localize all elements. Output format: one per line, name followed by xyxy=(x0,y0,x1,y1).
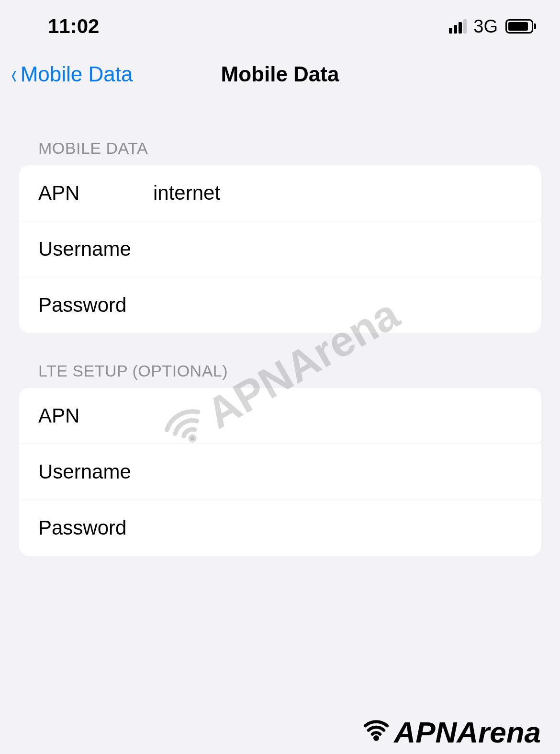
row-label: APN xyxy=(38,404,153,427)
lte-password-input[interactable] xyxy=(153,516,522,539)
row-label: Username xyxy=(38,460,153,483)
status-indicators: 3G xyxy=(449,16,536,37)
apn-input[interactable] xyxy=(153,182,522,205)
lte-username-input[interactable] xyxy=(153,460,522,483)
row-label: APN xyxy=(38,182,153,205)
battery-icon xyxy=(505,19,536,34)
chevron-left-icon: ‹ xyxy=(11,61,17,88)
row-lte-password[interactable]: Password xyxy=(19,500,541,556)
section-group-lte: APN Username Password xyxy=(19,388,541,556)
row-label: Username xyxy=(38,238,153,261)
row-lte-username[interactable]: Username xyxy=(19,444,541,500)
row-password[interactable]: Password xyxy=(19,277,541,333)
navigation-bar: ‹ Mobile Data Mobile Data xyxy=(0,48,560,110)
status-time: 11:02 xyxy=(48,15,99,38)
row-apn[interactable]: APN xyxy=(19,165,541,221)
back-label: Mobile Data xyxy=(21,62,133,86)
page-title: Mobile Data xyxy=(221,62,339,86)
status-bar: 11:02 3G xyxy=(0,0,560,48)
section-group-mobile-data: APN Username Password xyxy=(19,165,541,333)
row-lte-apn[interactable]: APN xyxy=(19,388,541,444)
row-label: Password xyxy=(38,294,153,317)
wifi-icon xyxy=(359,715,393,749)
cellular-signal-icon xyxy=(449,19,467,34)
row-username[interactable]: Username xyxy=(19,221,541,277)
section-header-lte: LTE SETUP (OPTIONAL) xyxy=(0,333,560,388)
row-label: Password xyxy=(38,516,153,539)
back-button[interactable]: ‹ Mobile Data xyxy=(10,61,133,88)
lte-apn-input[interactable] xyxy=(153,404,522,427)
section-header-mobile-data: MOBILE DATA xyxy=(0,110,560,165)
username-input[interactable] xyxy=(153,238,522,261)
watermark-text: APNArena xyxy=(394,715,541,749)
svg-point-1 xyxy=(375,737,378,740)
network-type: 3G xyxy=(473,16,498,37)
watermark-bottom: APNArena xyxy=(359,715,541,749)
password-input[interactable] xyxy=(153,294,522,317)
